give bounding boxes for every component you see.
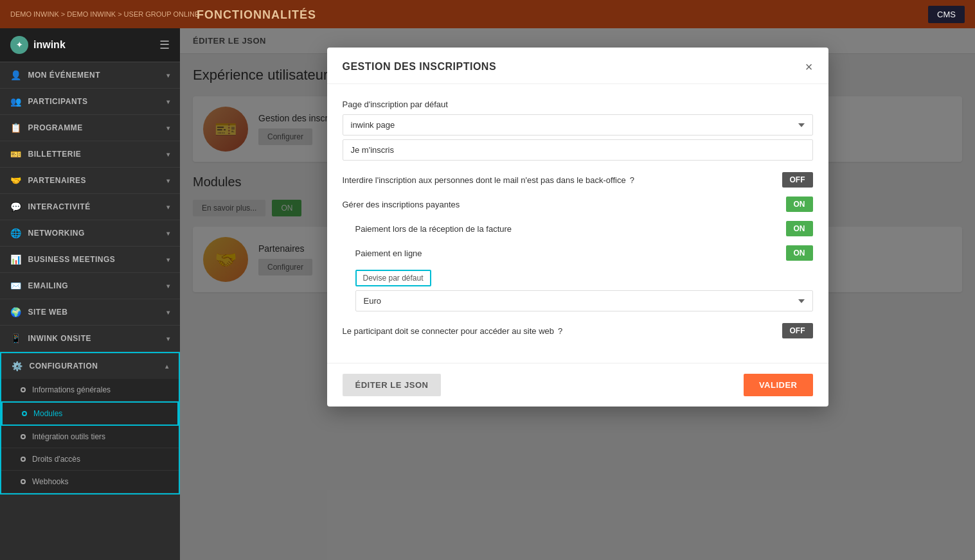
sidebar-item-emailing[interactable]: ✉️ EMAILING ▾ [0, 273, 180, 299]
sidebar-item-billetterie[interactable]: 🎫 BILLETTERIE ▾ [0, 141, 180, 168]
paiement-ligne-row: Paiement en ligne ON [343, 245, 813, 261]
devise-select[interactable]: Euro Dollar Livre [355, 290, 813, 311]
sidebar-item-inwink-onsite[interactable]: 📱 INWINK ONSITE ▾ [0, 326, 180, 352]
cms-button[interactable]: CMS [928, 6, 965, 23]
chevron-icon: ▾ [166, 335, 170, 342]
business-meetings-icon: 📊 [10, 254, 22, 265]
configuration-section: ⚙️ CONFIGURATION ▴ Informations générale… [0, 352, 180, 494]
interdire-help-icon[interactable]: ? [630, 175, 634, 185]
layout: ✦ inwink ☰ 👤 MON ÉVÉNEMENT ▾ 👥 PARTICIPA… [0, 28, 975, 560]
sidebar-item-networking[interactable]: 🌐 NETWORKING ▾ [0, 220, 180, 247]
dot-icon [21, 479, 26, 484]
chevron-icon: ▾ [166, 72, 170, 79]
sidebar-item-label: EMAILING [28, 281, 69, 290]
page-inscription-select[interactable]: inwink page Page externe [343, 114, 813, 136]
dot-icon [21, 434, 26, 439]
sidebar-item-label: NETWORKING [28, 229, 85, 238]
sidebar-item-informations-generales[interactable]: Informations générales [1, 379, 179, 401]
sub-item-label: Webhooks [32, 477, 68, 486]
sidebar-item-label: INTERACTIVITÉ [28, 202, 91, 211]
participant-connexion-toggle[interactable]: OFF [782, 323, 813, 338]
chevron-icon: ▾ [166, 309, 170, 316]
sidebar-item-partenaires[interactable]: 🤝 PARTENAIRES ▾ [0, 168, 180, 194]
devise-group: Devise par défaut Euro Dollar Livre [343, 270, 813, 311]
valider-button[interactable]: VALIDER [744, 374, 813, 396]
page-inscription-input-wrapper [343, 139, 813, 161]
modal-header: GESTION DES INSCRIPTIONS × [327, 48, 828, 84]
sidebar-header: ✦ inwink ☰ [0, 28, 180, 62]
paiement-ligne-label: Paiement en ligne [355, 249, 422, 258]
page-inscription-label: Page d'inscription par défaut [343, 100, 813, 109]
sidebar-item-interactivite[interactable]: 💬 INTERACTIVITÉ ▾ [0, 194, 180, 220]
page-inscription-group: Page d'inscription par défaut inwink pag… [343, 100, 813, 161]
top-bar-title: FONCTIONNALITÉS [197, 8, 316, 22]
sidebar-item-mon-evenement[interactable]: 👤 MON ÉVÉNEMENT ▾ [0, 62, 180, 89]
sidebar-item-business-meetings[interactable]: 📊 BUSINESS MEETINGS ▾ [0, 247, 180, 273]
interdire-inscription-label: Interdire l'inscription aux personnes do… [343, 175, 634, 185]
gerer-payantes-row: Gérer des inscriptions payantes ON [343, 197, 813, 212]
sidebar-item-webhooks[interactable]: Webhooks [1, 471, 179, 493]
billetterie-icon: 🎫 [10, 149, 22, 159]
partenaires-icon: 🤝 [10, 175, 22, 186]
interdire-inscription-toggle[interactable]: OFF [782, 172, 813, 188]
paiement-ligne-toggle[interactable]: ON [786, 245, 813, 261]
configuration-chevron-icon: ▴ [165, 363, 169, 370]
mon-evenement-icon: 👤 [10, 70, 22, 80]
paiement-facture-row: Paiement lors de la réception de la fact… [343, 221, 813, 236]
configuration-label: CONFIGURATION [30, 362, 98, 371]
modal-close-button[interactable]: × [805, 60, 813, 73]
modal: GESTION DES INSCRIPTIONS × Page d'inscri… [327, 48, 828, 407]
networking-icon: 🌐 [10, 228, 22, 238]
sidebar-item-site-web[interactable]: 🌍 SITE WEB ▾ [0, 299, 180, 326]
chevron-icon: ▾ [166, 125, 170, 132]
chevron-icon: ▾ [166, 98, 170, 105]
sidebar-item-modules[interactable]: Modules [1, 401, 179, 426]
main-content: ÉDITER LE JSON Expérience utilisateur 🎫 … [180, 28, 975, 560]
sidebar-item-label: BILLETTERIE [28, 150, 82, 159]
logo-icon: ✦ [10, 36, 28, 54]
interdire-inscription-row: Interdire l'inscription aux personnes do… [343, 172, 813, 188]
edit-json-button[interactable]: ÉDITER LE JSON [343, 374, 442, 396]
devise-label: Devise par défaut [355, 270, 431, 286]
participant-connexion-label: Le participant doit se connecter pour ac… [343, 326, 563, 336]
gerer-payantes-toggle[interactable]: ON [786, 197, 813, 212]
sidebar-item-label: PROGRAMME [28, 123, 83, 132]
configuration-header[interactable]: ⚙️ CONFIGURATION ▴ [1, 353, 179, 379]
modal-footer: ÉDITER LE JSON VALIDER [327, 363, 828, 407]
top-bar: DEMO INWINK > DEMO INWINK > USER GROUP O… [0, 0, 975, 28]
sidebar-item-integration-outils-tiers[interactable]: Intégration outils tiers [1, 426, 179, 448]
emailing-icon: ✉️ [10, 281, 22, 291]
paiement-facture-label: Paiement lors de la réception de la fact… [355, 224, 512, 234]
modal-overlay: GESTION DES INSCRIPTIONS × Page d'inscri… [180, 28, 975, 560]
modal-title: GESTION DES INSCRIPTIONS [343, 61, 497, 73]
inwink-onsite-icon: 📱 [10, 333, 22, 344]
sub-item-label: Intégration outils tiers [32, 432, 105, 441]
modal-body: Page d'inscription par défaut inwink pag… [327, 84, 828, 363]
top-bar-left: DEMO INWINK > DEMO INWINK > USER GROUP O… [10, 10, 199, 18]
configuration-sub-items: Informations générales Modules Intégrati… [1, 379, 179, 493]
sidebar-item-programme[interactable]: 📋 PROGRAMME ▾ [0, 115, 180, 141]
participant-connexion-help-icon[interactable]: ? [558, 326, 562, 336]
interactivite-icon: 💬 [10, 202, 22, 212]
dot-icon [21, 457, 26, 462]
logo: ✦ inwink [10, 36, 66, 54]
gerer-payantes-label: Gérer des inscriptions payantes [343, 200, 460, 209]
chevron-icon: ▾ [166, 204, 170, 211]
hamburger-icon[interactable]: ☰ [159, 38, 170, 52]
paiement-facture-toggle[interactable]: ON [786, 221, 813, 236]
programme-icon: 📋 [10, 123, 22, 133]
sidebar-item-droits-dacces[interactable]: Droits d'accès [1, 448, 179, 471]
sidebar-item-label: BUSINESS MEETINGS [28, 255, 116, 264]
chevron-icon: ▾ [166, 283, 170, 290]
sub-item-label: Modules [33, 409, 62, 418]
participants-icon: 👥 [10, 96, 22, 107]
sub-item-label: Informations générales [32, 385, 111, 394]
chevron-icon: ▾ [166, 151, 170, 158]
site-web-icon: 🌍 [10, 307, 22, 317]
sidebar-item-participants[interactable]: 👥 PARTICIPANTS ▾ [0, 89, 180, 115]
sidebar-item-label: PARTENAIRES [28, 176, 87, 185]
chevron-icon: ▾ [166, 230, 170, 237]
sidebar-item-label: MON ÉVÉNEMENT [28, 71, 101, 80]
sidebar: ✦ inwink ☰ 👤 MON ÉVÉNEMENT ▾ 👥 PARTICIPA… [0, 28, 180, 560]
page-inscription-input[interactable] [343, 139, 813, 161]
